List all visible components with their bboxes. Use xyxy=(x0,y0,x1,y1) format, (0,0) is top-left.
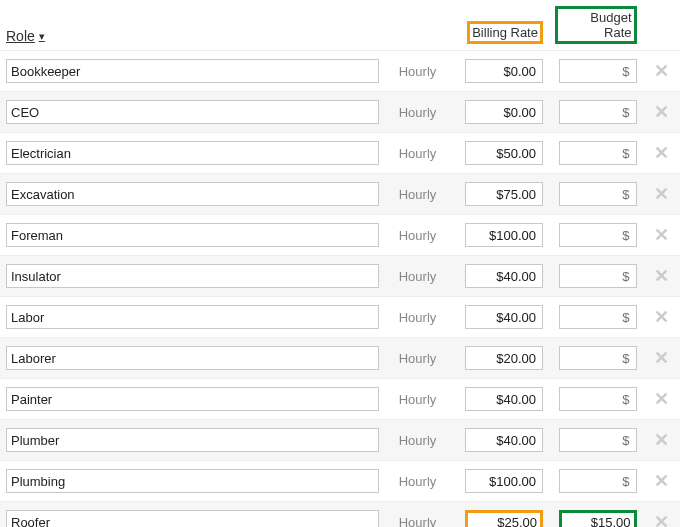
role-name-input[interactable] xyxy=(6,264,379,288)
table-row: Hourly✕ xyxy=(0,379,680,420)
delete-row-button[interactable]: ✕ xyxy=(654,226,669,244)
table-row: Hourly✕ xyxy=(0,461,680,502)
budget-rate-input[interactable] xyxy=(559,305,637,329)
role-name-input[interactable] xyxy=(6,100,379,124)
delete-row-button[interactable]: ✕ xyxy=(654,472,669,490)
budget-rate-input[interactable] xyxy=(559,510,637,527)
billing-rate-input[interactable] xyxy=(465,182,543,206)
rate-type-label: Hourly xyxy=(399,146,437,161)
rate-type-label: Hourly xyxy=(399,474,437,489)
table-row: Hourly✕ xyxy=(0,51,680,92)
billing-rate-input[interactable] xyxy=(465,428,543,452)
table-row: Hourly✕ xyxy=(0,256,680,297)
rate-type-label: Hourly xyxy=(399,64,437,79)
delete-row-button[interactable]: ✕ xyxy=(654,62,669,80)
budget-rate-input[interactable] xyxy=(559,100,637,124)
role-header-label: Role xyxy=(6,28,35,44)
delete-row-button[interactable]: ✕ xyxy=(654,267,669,285)
role-column-header[interactable]: Role ▾ xyxy=(6,28,45,44)
role-name-input[interactable] xyxy=(6,428,379,452)
billing-rate-input[interactable] xyxy=(465,510,543,527)
billing-rate-input[interactable] xyxy=(465,346,543,370)
rate-type-label: Hourly xyxy=(399,269,437,284)
role-name-input[interactable] xyxy=(6,305,379,329)
role-name-input[interactable] xyxy=(6,59,379,83)
billing-rate-column-header[interactable]: Billing Rate xyxy=(467,21,543,44)
table-row: Hourly✕ xyxy=(0,92,680,133)
role-name-input[interactable] xyxy=(6,223,379,247)
billing-rate-input[interactable] xyxy=(465,141,543,165)
billing-rate-input[interactable] xyxy=(465,387,543,411)
role-name-input[interactable] xyxy=(6,346,379,370)
billing-rate-input[interactable] xyxy=(465,100,543,124)
table-row: Hourly✕ xyxy=(0,215,680,256)
rate-type-label: Hourly xyxy=(399,351,437,366)
delete-row-button[interactable]: ✕ xyxy=(654,308,669,326)
billing-rate-input[interactable] xyxy=(465,469,543,493)
budget-rate-input[interactable] xyxy=(559,469,637,493)
rate-type-label: Hourly xyxy=(399,187,437,202)
billing-rate-input[interactable] xyxy=(465,305,543,329)
rate-type-label: Hourly xyxy=(399,105,437,120)
table-row: Hourly✕ xyxy=(0,174,680,215)
delete-row-button[interactable]: ✕ xyxy=(654,144,669,162)
delete-row-button[interactable]: ✕ xyxy=(654,390,669,408)
budget-rate-input[interactable] xyxy=(559,264,637,288)
table-row: Hourly✕ xyxy=(0,133,680,174)
sort-asc-icon: ▾ xyxy=(39,30,45,43)
budget-rate-input[interactable] xyxy=(559,59,637,83)
billing-rate-input[interactable] xyxy=(465,223,543,247)
rate-type-label: Hourly xyxy=(399,310,437,325)
budget-rate-input[interactable] xyxy=(559,387,637,411)
rate-type-label: Hourly xyxy=(399,515,437,527)
budget-rate-input[interactable] xyxy=(559,182,637,206)
budget-rate-column-header[interactable]: Budget Rate xyxy=(555,6,637,44)
delete-row-button[interactable]: ✕ xyxy=(654,431,669,449)
role-name-input[interactable] xyxy=(6,469,379,493)
roles-table: Role ▾ Billing Rate Budget Rate Hourly✕H… xyxy=(0,0,680,527)
delete-row-button[interactable]: ✕ xyxy=(654,103,669,121)
role-name-input[interactable] xyxy=(6,182,379,206)
billing-rate-input[interactable] xyxy=(465,264,543,288)
budget-rate-input[interactable] xyxy=(559,223,637,247)
table-row: Hourly✕ xyxy=(0,338,680,379)
rate-type-label: Hourly xyxy=(399,228,437,243)
table-row: Hourly✕ xyxy=(0,297,680,338)
delete-row-button[interactable]: ✕ xyxy=(654,185,669,203)
delete-row-button[interactable]: ✕ xyxy=(654,513,669,527)
role-name-input[interactable] xyxy=(6,141,379,165)
rate-type-label: Hourly xyxy=(399,433,437,448)
role-name-input[interactable] xyxy=(6,387,379,411)
role-name-input[interactable] xyxy=(6,510,379,527)
budget-rate-input[interactable] xyxy=(559,346,637,370)
rate-type-label: Hourly xyxy=(399,392,437,407)
budget-rate-input[interactable] xyxy=(559,428,637,452)
budget-rate-input[interactable] xyxy=(559,141,637,165)
delete-row-button[interactable]: ✕ xyxy=(654,349,669,367)
table-row: Hourly✕ xyxy=(0,502,680,528)
billing-rate-input[interactable] xyxy=(465,59,543,83)
table-row: Hourly✕ xyxy=(0,420,680,461)
table-header-row: Role ▾ Billing Rate Budget Rate xyxy=(0,0,680,51)
